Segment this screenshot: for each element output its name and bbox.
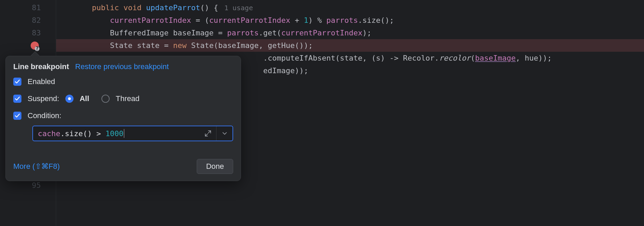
suspend-all-label: All [80, 94, 89, 103]
breakpoint-gutter-row[interactable]: ? [0, 39, 56, 52]
condition-input[interactable]: cache.size() > 1000 [33, 126, 200, 141]
code-line[interactable]: BufferedImage baseImage = parrots.get(cu… [56, 27, 644, 39]
breakpoint-popup: Line breakpoint Restore previous breakpo… [5, 56, 241, 181]
expand-condition-button[interactable] [200, 126, 216, 141]
expand-icon [205, 130, 211, 136]
check-icon [15, 79, 20, 84]
check-icon [15, 113, 20, 118]
suspend-checkbox[interactable] [13, 95, 21, 103]
code-line-breakpoint[interactable]: State state = new State(baseImage, getHu… [56, 39, 644, 52]
enabled-label: Enabled [28, 77, 55, 86]
usages-lens[interactable]: 1 usage [218, 4, 253, 12]
code-line[interactable]: public void updateParrot() {1 usage [56, 1, 644, 14]
enabled-checkbox[interactable] [13, 78, 21, 86]
suspend-all-radio[interactable] [65, 95, 74, 103]
breakpoint-condition-badge: ? [35, 46, 39, 51]
code-line[interactable]: currentParrotIndex = (currentParrotIndex… [56, 14, 644, 27]
line-number: 83 [0, 27, 41, 39]
popup-title: Line breakpoint [13, 62, 69, 71]
line-number: 81 [0, 1, 41, 14]
check-icon [15, 96, 20, 101]
suspend-thread-radio[interactable] [101, 95, 110, 103]
line-number: 82 [0, 14, 41, 27]
breakpoint-icon[interactable]: ? [31, 42, 39, 50]
suspend-thread-label: Thread [116, 94, 140, 103]
restore-previous-breakpoint-link[interactable]: Restore previous breakpoint [75, 62, 169, 71]
condition-label: Condition: [28, 111, 61, 120]
done-button[interactable]: Done [197, 159, 233, 174]
suspend-label: Suspend: [28, 94, 59, 103]
chevron-down-icon [222, 131, 227, 136]
condition-history-dropdown[interactable] [216, 126, 232, 141]
more-breakpoint-options-link[interactable]: More (⇧⌘F8) [13, 162, 60, 171]
condition-checkbox[interactable] [13, 112, 21, 120]
condition-input-wrap: cache.size() > 1000 [32, 126, 233, 141]
